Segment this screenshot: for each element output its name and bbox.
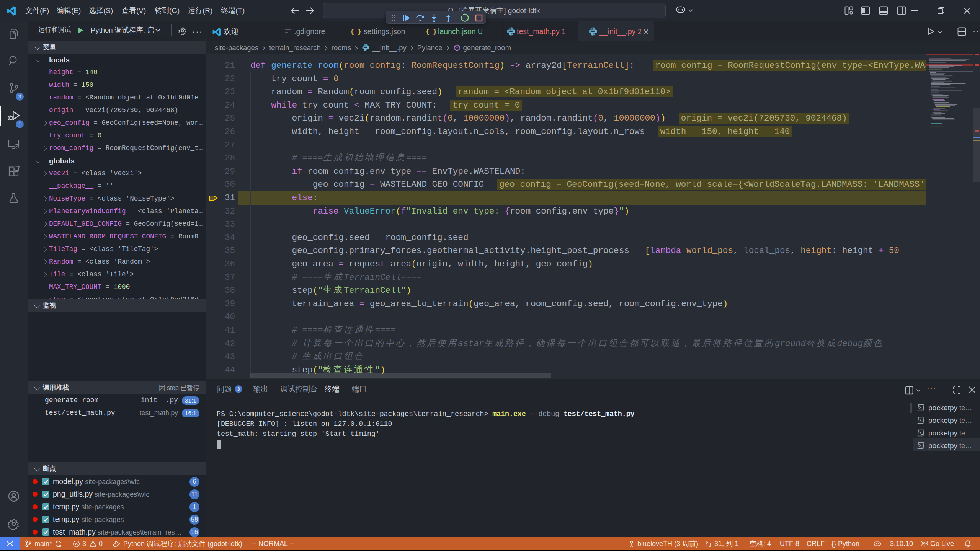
svg-text:{ }: { } xyxy=(426,29,436,36)
svg-text:{ }: { } xyxy=(351,29,361,36)
